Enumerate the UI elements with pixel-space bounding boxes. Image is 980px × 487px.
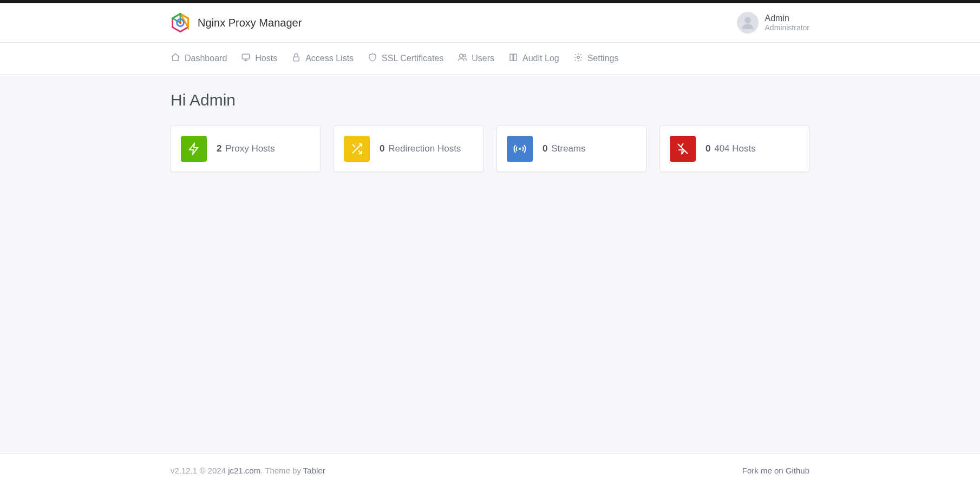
lock-icon xyxy=(291,52,301,64)
footer-left: v2.12.1 © 2024 jc21.com. Theme by Tabler xyxy=(171,466,325,475)
card-count: 0 xyxy=(705,143,710,154)
card-count: 0 xyxy=(380,143,384,154)
content: Hi Admin 2 Proxy Hosts 0 Redirection Hos… xyxy=(0,75,980,453)
card-label: Redirection Hosts xyxy=(388,143,461,154)
nav-ssl-certificates[interactable]: SSL Certificates xyxy=(368,43,443,74)
app-logo-icon xyxy=(171,13,190,32)
home-icon xyxy=(171,52,180,64)
monitor-icon xyxy=(241,52,251,64)
radio-icon xyxy=(507,136,533,162)
stats-row: 2 Proxy Hosts 0 Redirection Hosts 0 xyxy=(171,126,809,172)
user-menu[interactable]: Admin Administrator xyxy=(737,12,809,34)
svg-point-11 xyxy=(519,148,521,150)
card-redirection-hosts[interactable]: 0 Redirection Hosts xyxy=(334,126,484,172)
svg-point-5 xyxy=(744,17,751,24)
zap-icon xyxy=(181,136,207,162)
footer-theme-prefix: . Theme by xyxy=(260,466,303,475)
nav-label: Audit Log xyxy=(522,54,559,63)
nav-label: Hosts xyxy=(255,54,277,63)
main-nav: Dashboard Hosts Access Lists SSL Certifi… xyxy=(0,43,980,75)
avatar-icon xyxy=(737,12,759,34)
footer-version: v2.12.1 xyxy=(171,466,197,475)
book-icon xyxy=(508,52,518,64)
shuffle-icon xyxy=(344,136,370,162)
card-streams[interactable]: 0 Streams xyxy=(496,126,646,172)
brand[interactable]: Nginx Proxy Manager xyxy=(171,13,302,32)
nav-label: Users xyxy=(472,54,494,63)
card-label: Proxy Hosts xyxy=(225,143,275,154)
users-icon xyxy=(458,52,467,64)
svg-point-10 xyxy=(577,56,579,59)
nav-hosts[interactable]: Hosts xyxy=(241,43,277,74)
svg-point-9 xyxy=(463,55,466,57)
app-title: Nginx Proxy Manager xyxy=(198,17,302,29)
nav-access-lists[interactable]: Access Lists xyxy=(291,43,354,74)
footer-company-link[interactable]: jc21.com xyxy=(228,466,260,475)
zap-off-icon xyxy=(670,136,696,162)
card-count: 2 xyxy=(217,143,221,154)
page-title: Hi Admin xyxy=(171,91,809,109)
gear-icon xyxy=(573,52,583,64)
card-404-hosts[interactable]: 0 404 Hosts xyxy=(659,126,809,172)
svg-rect-7 xyxy=(293,57,299,61)
nav-settings[interactable]: Settings xyxy=(573,43,619,74)
nav-label: Access Lists xyxy=(305,54,354,63)
footer-fork-link[interactable]: Fork me on Github xyxy=(742,466,809,475)
card-proxy-hosts[interactable]: 2 Proxy Hosts xyxy=(171,126,321,172)
card-label: Streams xyxy=(551,143,585,154)
nav-dashboard[interactable]: Dashboard xyxy=(171,43,227,74)
nav-label: Dashboard xyxy=(185,54,227,63)
footer-copyright-prefix: © 2024 xyxy=(197,466,228,475)
footer-theme-link[interactable]: Tabler xyxy=(303,466,325,475)
card-label: 404 Hosts xyxy=(714,143,756,154)
nav-label: Settings xyxy=(587,54,619,63)
svg-rect-6 xyxy=(243,54,250,59)
user-role: Administrator xyxy=(765,23,809,32)
header: Nginx Proxy Manager Admin Administrator xyxy=(0,3,980,43)
svg-point-8 xyxy=(460,54,463,57)
svg-point-4 xyxy=(179,22,181,24)
nav-label: SSL Certificates xyxy=(382,54,443,63)
footer: v2.12.1 © 2024 jc21.com. Theme by Tabler… xyxy=(0,453,980,487)
user-name: Admin xyxy=(765,13,809,23)
nav-audit-log[interactable]: Audit Log xyxy=(508,43,559,74)
nav-users[interactable]: Users xyxy=(458,43,494,74)
card-count: 0 xyxy=(543,143,547,154)
shield-icon xyxy=(368,52,377,64)
